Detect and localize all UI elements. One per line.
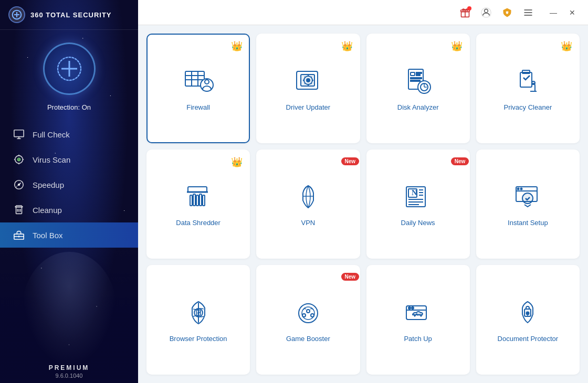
tool-name-driver: Driver Updater: [286, 103, 331, 111]
tool-card-data-shredder[interactable]: 👑 Data Shredder: [146, 150, 250, 259]
vpn-icon: [290, 181, 327, 212]
title-bar: — ✕: [138, 0, 588, 25]
document-protector-icon: [509, 297, 546, 328]
sidebar: 360 TOTAL SECURITY Protection: On Full C…: [0, 0, 138, 383]
sidebar-item-label: Cleanup: [33, 206, 62, 215]
svg-rect-43: [416, 72, 422, 73]
user-button[interactable]: [479, 5, 494, 20]
tool-card-driver-updater[interactable]: 👑 Driver Updater: [256, 34, 360, 143]
svg-point-73: [518, 188, 519, 190]
tool-name-firewall: Firewall: [186, 103, 210, 111]
tool-name-instant-setup: Instant Setup: [508, 219, 548, 227]
tool-name-vpn: VPN: [301, 219, 316, 227]
tool-card-daily-news[interactable]: New N Daily News: [366, 150, 470, 259]
virus-icon: [13, 153, 25, 166]
tool-name-document: Document Protector: [498, 335, 559, 343]
data-shredder-icon: [180, 181, 217, 212]
svg-rect-57: [193, 194, 195, 206]
tool-card-firewall[interactable]: 👑 Firewall: [146, 34, 250, 143]
app-header: 360 TOTAL SECURITY: [0, 0, 138, 30]
crown-badge-driver: 👑: [341, 40, 354, 52]
svg-rect-45: [411, 78, 422, 79]
crown-badge-disk: 👑: [451, 40, 464, 52]
crown-badge-shredder: 👑: [231, 156, 244, 168]
toolbox-icon: [13, 229, 25, 241]
svg-point-25: [485, 9, 488, 13]
sidebar-item-label: Full Check: [33, 130, 70, 139]
new-badge-news: New: [451, 156, 464, 168]
protection-status: Protection: On: [47, 103, 91, 111]
instant-setup-icon: [509, 181, 546, 212]
new-badge-vpn: New: [341, 156, 354, 168]
svg-rect-56: [190, 195, 192, 206]
close-button[interactable]: ✕: [565, 5, 580, 20]
tool-card-game-booster[interactable]: New Game Booster: [256, 265, 360, 375]
tool-card-vpn[interactable]: New VPN: [256, 150, 360, 259]
notification-dot: [467, 6, 471, 10]
window-controls: — ✕: [546, 5, 580, 20]
cleanup-icon: [13, 204, 25, 216]
patch-up-icon: [400, 297, 436, 328]
svg-rect-46: [411, 80, 420, 81]
skin-button[interactable]: [500, 5, 514, 20]
svg-rect-58: [196, 195, 198, 206]
driver-updater-icon: [290, 66, 327, 97]
svg-rect-60: [203, 195, 205, 206]
premium-badge: PREMIUM 9.6.0.1040: [49, 364, 90, 379]
svg-point-74: [521, 188, 522, 190]
gift-button[interactable]: [458, 5, 472, 20]
firewall-icon: [180, 66, 217, 97]
sidebar-item-speedup[interactable]: Speedup: [0, 172, 138, 197]
svg-rect-44: [416, 75, 420, 76]
tool-name-privacy: Privacy Cleaner: [503, 103, 552, 111]
tools-grid: 👑 Firewall 👑: [138, 25, 588, 383]
daily-news-icon: N: [400, 181, 436, 212]
privacy-cleaner-icon: [509, 66, 546, 97]
svg-text:N: N: [412, 189, 417, 197]
astronaut-area: [0, 236, 138, 383]
main-content: — ✕ 👑 Firewall: [138, 0, 588, 383]
premium-label: PREMIUM: [49, 364, 90, 371]
svg-point-87: [412, 307, 414, 309]
tool-card-privacy-cleaner[interactable]: 👑 Privacy Cleaner: [476, 34, 580, 143]
app-title: 360 TOTAL SECURITY: [30, 11, 112, 19]
crown-badge-firewall: 👑: [231, 40, 244, 52]
sidebar-item-full-check[interactable]: Full Check: [0, 122, 138, 147]
sidebar-item-label: Virus Scan: [33, 155, 70, 164]
svg-rect-42: [411, 72, 415, 76]
tool-card-instant-setup[interactable]: Instant Setup: [476, 150, 580, 259]
svg-point-82: [311, 314, 314, 317]
version-label: 9.6.0.1040: [49, 373, 90, 379]
tool-card-document-protector[interactable]: Document Protector: [476, 265, 580, 375]
svg-point-81: [302, 314, 306, 317]
game-booster-icon: [290, 297, 327, 328]
svg-point-86: [408, 307, 411, 309]
svg-point-83: [307, 310, 310, 313]
speedup-icon: [13, 178, 25, 191]
sidebar-item-virus-scan[interactable]: Virus Scan: [0, 147, 138, 172]
svg-point-75: [522, 193, 533, 204]
svg-point-40: [307, 79, 310, 82]
sidebar-item-cleanup[interactable]: Cleanup: [0, 197, 138, 222]
tool-name-browser: Browser Protection: [170, 335, 227, 343]
svg-point-35: [201, 79, 213, 91]
tool-name-news: Daily News: [401, 219, 435, 227]
tool-name-game: Game Booster: [286, 335, 330, 343]
protection-circle: [43, 42, 96, 95]
minimize-button[interactable]: —: [546, 5, 561, 20]
svg-rect-78: [196, 310, 201, 315]
browser-protection-icon: [180, 297, 217, 328]
tool-card-patch-up[interactable]: Patch Up: [366, 265, 470, 375]
tool-card-browser-protection[interactable]: Browser Protection: [146, 265, 250, 375]
svg-rect-7: [14, 130, 24, 137]
sidebar-item-label: Tool Box: [33, 231, 63, 240]
app-logo: [8, 6, 25, 23]
tool-name-shredder: Data Shredder: [176, 219, 220, 227]
svg-rect-59: [200, 194, 202, 206]
sidebar-item-tool-box[interactable]: Tool Box: [0, 222, 138, 248]
menu-button[interactable]: [521, 5, 536, 20]
tool-card-disk-analyzer[interactable]: 👑 Disk Analyzer: [366, 34, 470, 143]
tool-name-disk: Disk Analyzer: [397, 103, 439, 111]
svg-point-90: [527, 312, 529, 315]
crown-badge-privacy: 👑: [561, 40, 573, 52]
